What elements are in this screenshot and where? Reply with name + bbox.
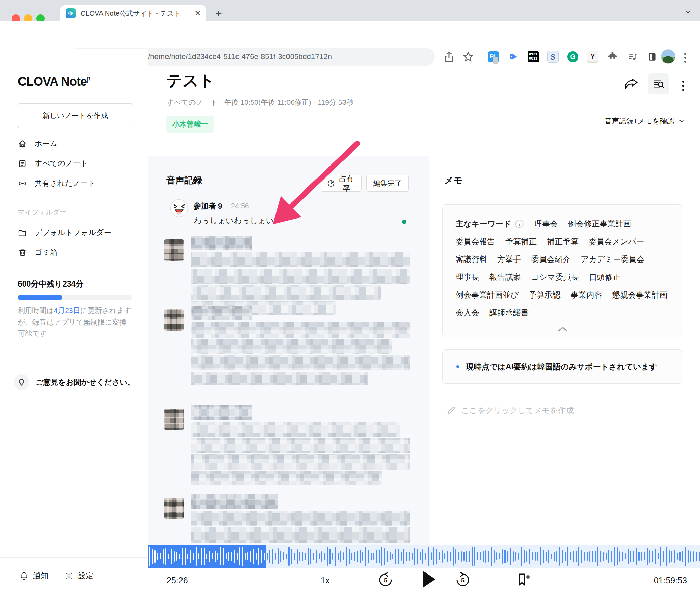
usage-note-date[interactable]: 4月23日 xyxy=(54,306,80,314)
view-toggle[interactable]: 音声記録+メモを確認 xyxy=(605,116,685,126)
browser-tab[interactable]: CLOVA Note公式サイト - テスト ✕ xyxy=(60,5,206,21)
waveform-bar xyxy=(179,554,180,559)
ext-playlist[interactable] xyxy=(625,50,639,64)
waveform-bar xyxy=(267,553,268,559)
tab-strip-chevron-icon[interactable] xyxy=(684,7,692,16)
participant-tag[interactable]: 小木曽峻一 xyxy=(166,116,214,133)
keyword-chip[interactable]: 理事会 xyxy=(534,219,558,229)
ext-bl[interactable]: BL xyxy=(487,50,500,64)
keyword-chip[interactable]: 講師承諾書 xyxy=(489,307,529,318)
bookmark-star-icon[interactable] xyxy=(462,51,474,63)
search-transcript-button[interactable] xyxy=(648,73,669,94)
waveform-bar xyxy=(647,548,648,565)
create-note-button[interactable]: 新しいノートを作成 xyxy=(17,103,133,128)
add-bookmark-icon[interactable] xyxy=(515,572,531,588)
waveform-bar xyxy=(455,549,456,564)
waveform[interactable] xyxy=(148,545,700,568)
notifications-button[interactable]: 通知 xyxy=(19,571,48,581)
waveform-bar xyxy=(529,549,530,564)
redacted-block xyxy=(164,309,184,331)
waveform-bar xyxy=(474,547,475,566)
keyword-chip[interactable]: 懇親会事業計画 xyxy=(612,290,668,300)
keyword-chip[interactable]: 例会修正事業計画 xyxy=(568,219,631,229)
feedback-link[interactable]: ご意見をお聞かせください。 xyxy=(14,374,135,390)
keyword-chip[interactable]: 予算補正 xyxy=(505,236,537,247)
waveform-bar xyxy=(360,550,361,563)
keyword-chip[interactable]: ヨシマ委員長 xyxy=(531,272,579,282)
status-dot xyxy=(402,220,406,224)
keyword-chip[interactable]: 例会事業計画並び xyxy=(456,290,519,300)
keywords-title-label: 主なキーワード xyxy=(456,219,511,229)
keyword-chip[interactable]: 口頭修正 xyxy=(589,272,621,282)
keyword-chip[interactable]: 補正予算 xyxy=(547,236,578,247)
waveform-bar xyxy=(696,552,697,561)
browser-menu-kebab-icon[interactable] xyxy=(684,51,686,64)
waveform-bar xyxy=(524,550,525,563)
waveform-bar xyxy=(242,547,243,566)
sidebar-item-home[interactable]: ホーム xyxy=(18,138,57,149)
collapse-keywords-button[interactable] xyxy=(443,327,683,332)
transcript-text[interactable]: わっしょいわっしょい xyxy=(193,215,274,226)
share-page-icon[interactable] xyxy=(443,51,455,63)
play-button[interactable] xyxy=(423,571,435,588)
share-note-icon[interactable] xyxy=(623,77,638,92)
waveform-bar xyxy=(507,551,508,562)
waveform-bar xyxy=(272,549,273,564)
sidebar-item-default-folder[interactable]: デフォルトフォルダー xyxy=(18,227,111,238)
waveform-bar xyxy=(165,548,166,565)
waveform-bar xyxy=(220,547,221,565)
waveform-bar xyxy=(494,550,495,562)
keyword-chip[interactable]: 会入会 xyxy=(456,307,479,318)
ext-yen[interactable]: ¥ xyxy=(586,50,600,64)
chevron-down-icon xyxy=(678,118,685,124)
redacted-block xyxy=(191,438,410,453)
waveform-bar xyxy=(253,549,254,564)
keyword-chip[interactable]: 委員会報告 xyxy=(456,236,495,247)
browser-profile-avatar[interactable] xyxy=(661,49,675,64)
waveform-bar xyxy=(174,551,175,562)
settings-button[interactable]: 設定 xyxy=(65,571,93,581)
note-menu-kebab-icon[interactable] xyxy=(682,79,684,93)
participant-timestamp[interactable]: 24:56 xyxy=(231,202,249,210)
keyword-chip[interactable]: 理事長 xyxy=(456,272,479,282)
keyword-chip[interactable]: 委員会紹介 xyxy=(531,254,570,265)
waveform-bar xyxy=(595,551,596,562)
forward-5-icon[interactable]: 5 xyxy=(455,572,471,588)
ext-reader[interactable] xyxy=(645,50,659,64)
keyword-chip[interactable]: アカデミー委員会 xyxy=(581,254,644,265)
tab-close-icon[interactable]: ✕ xyxy=(194,9,201,18)
memo-placeholder[interactable]: ここをクリックしてメモを作成 xyxy=(446,405,574,416)
keyword-chip[interactable]: 審議資料 xyxy=(456,254,487,265)
sidebar-item-trash[interactable]: ゴミ箱 xyxy=(18,247,57,258)
ext-s[interactable]: S xyxy=(546,50,560,64)
waveform-bar xyxy=(660,547,661,566)
redacted-block xyxy=(191,285,381,300)
keyword-chip[interactable]: 方挙手 xyxy=(497,254,521,265)
occupancy-button[interactable]: 占有率 xyxy=(321,175,362,192)
edit-done-button[interactable]: 編集完了 xyxy=(366,175,409,192)
playback-speed-button[interactable]: 1x xyxy=(321,576,329,585)
sidebar-item-label: ゴミ箱 xyxy=(35,247,57,258)
keyword-chip[interactable]: 事業内容 xyxy=(571,290,602,300)
ext-puzzle[interactable] xyxy=(606,50,619,64)
waveform-bar xyxy=(373,553,374,560)
ext-tag[interactable] xyxy=(507,50,520,64)
keyword-chip[interactable]: 予算承認 xyxy=(529,290,561,300)
waveform-bar xyxy=(275,553,276,560)
ext-grammarly[interactable]: G xyxy=(566,50,580,64)
keyword-chip[interactable]: 委員会メンバー xyxy=(589,236,644,247)
waveform-bar xyxy=(477,552,478,560)
tab-favicon xyxy=(66,8,76,18)
waveform-bar xyxy=(258,548,259,565)
waveform-bar xyxy=(693,551,694,562)
new-tab-button[interactable]: + xyxy=(215,8,222,19)
ext-binary[interactable]: 0101 0011 xyxy=(526,50,540,64)
keyword-chip[interactable]: 報告議案 xyxy=(489,272,521,282)
rewind-5-icon[interactable]: 5 xyxy=(377,572,394,588)
waveform-bar xyxy=(526,551,527,562)
waveform-bar xyxy=(556,551,557,561)
home-icon xyxy=(18,139,27,148)
sidebar-item-shared-notes[interactable]: 共有されたノート xyxy=(18,178,96,188)
sidebar-item-all-notes[interactable]: すべてのノート xyxy=(18,158,88,169)
info-icon[interactable]: i xyxy=(515,219,524,228)
